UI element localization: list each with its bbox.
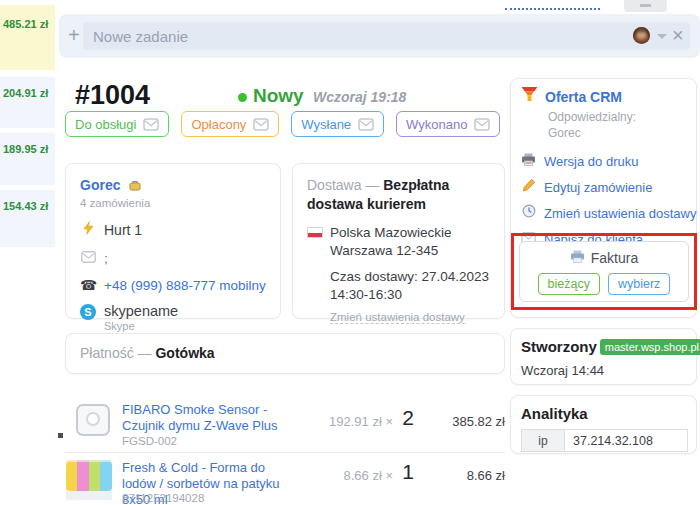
change-delivery-settings-link[interactable]: Zmień ustawienia dostawy [544,206,696,221]
order-list-row[interactable]: 189.95 zł [0,133,55,185]
customer-card: Gorec 4 zamówienia Hurt 1 ; ☎ +48 (999) … [65,163,281,319]
skype-icon: S [80,302,96,320]
invoice-title: Faktura [591,250,638,266]
created-title: Stworzony [521,338,597,355]
status-buttons-row: Do obsługi Opłacony Wysłane Wykonano Usu… [65,111,586,137]
mail-icon [253,118,269,131]
delivery-address: Polska Mazowieckie Warszawa 12-345 [330,224,490,260]
funnel-icon [521,87,538,106]
product-unit-price: 8.66 zł × [303,468,393,483]
mail-icon [143,118,159,131]
product-thumbnail[interactable] [72,402,114,444]
customer-phone-link[interactable]: +48 (999) 888-777 mobilny [104,278,266,293]
product-row-divider [65,452,505,453]
lightning-icon [80,221,96,239]
cropped-dotted-link[interactable] [505,8,600,10]
delivery-time: Czas dostawy: 27.04.2023 14:30-16:30 [330,268,490,304]
plus-icon: + [68,23,80,47]
payment-label: Płatność [80,345,134,361]
order-list-row[interactable]: 204.91 zł [0,77,55,128]
invoice-current-button[interactable]: bieżący [538,273,600,295]
phone-icon: ☎ [80,277,96,293]
order-created-time: Wczoraj 19:18 [313,89,406,105]
invoice-choose-button[interactable]: wybierz [608,273,670,295]
chevron-down-icon[interactable] [657,34,667,39]
invoice-box: Faktura bieżący wybierz [519,241,689,302]
status-button-oplacony[interactable]: Opłacony [181,111,279,137]
customer-skype: skypename [104,303,178,319]
edit-order-link[interactable]: Edytuj zamówienie [544,180,652,195]
product-thumbnail[interactable] [66,460,112,500]
order-number: #1004 [75,80,150,111]
change-delivery-settings-link[interactable]: Zmień ustawienia dostawy [330,311,465,324]
status-button-wyslane[interactable]: Wysłane [291,111,384,137]
print-version-link[interactable]: Wersja do druku [544,154,638,169]
skype-caption: Skype [104,320,266,332]
crm-offer-link[interactable]: Oferta CRM [545,89,622,105]
status-dot-icon [238,93,247,102]
status-button-label: Wykonano [406,117,467,132]
order-total: 189.95 zł [0,133,55,155]
customer-orders-count: 4 zamówienia [80,197,266,209]
status-button-label: Opłacony [191,117,246,132]
product-total: 8.66 zł [427,468,505,483]
customer-group: Hurt 1 [104,222,142,238]
pencil-icon [521,178,536,196]
poland-flag-icon [307,227,323,238]
order-list-row[interactable]: 154.43 zł [0,190,55,247]
mail-icon [80,249,96,267]
clock-icon [521,204,536,222]
cropped-toolbar-button[interactable] [624,0,667,12]
status-button-label: Wysłane [301,117,351,132]
product-total: 385.82 zł [427,414,505,429]
product-name-link[interactable]: FIBARO Smoke Sensor - Czujnik dymu Z-Wav… [122,402,302,434]
printer-icon [521,152,536,170]
analytics-card: Analityka ip 37.214.32.108 [510,395,697,454]
user-avatar[interactable] [633,27,650,44]
payment-card: Płatność — Gotówka [65,333,505,374]
new-task-bar: + × [59,14,700,58]
printer-icon [570,250,585,266]
order-list-row-active[interactable]: 485.21 zł [0,5,55,70]
ip-table: ip 37.214.32.108 [521,429,688,452]
order-detail-screen: 485.21 zł 204.91 zł 189.95 zł 154.43 zł … [0,0,700,505]
close-icon[interactable]: × [672,22,684,48]
status-button-wykonano[interactable]: Wykonano [396,111,500,137]
status-button-label: Do obsługi [75,117,136,132]
mail-icon [358,118,374,131]
order-total: 154.43 zł [0,190,55,212]
created-source-badge: master.wsp.shop.pl [600,339,700,355]
product-unit-price: 192.91 zł × [303,414,393,429]
order-status: Nowy [253,85,304,107]
delivery-label: Dostawa [307,177,361,193]
new-task-input[interactable] [83,22,690,50]
mail-icon [474,118,490,131]
responsible-label: Odpowiedzialny: [548,110,686,125]
order-total: 204.91 zł [0,77,55,99]
payment-method: Gotówka [155,345,214,361]
ip-value: 37.214.32.108 [565,429,688,452]
analytics-title: Analityka [521,405,686,422]
product-quantity: 2 [397,406,419,430]
order-total: 485.21 zł [0,5,55,30]
created-time: Wczoraj 14:44 [521,363,686,378]
delivery-card: Dostawa — Bezpłatna dostawa kurierem Pol… [292,163,505,319]
product-sku: 8711252194028 [122,492,204,504]
briefcase-icon [129,180,141,191]
status-button-do-obslugi[interactable]: Do obsługi [65,111,169,137]
created-card: Stworzony master.wsp.shop.pl Wczoraj 14:… [510,328,697,385]
customer-email[interactable]: ; [104,251,108,266]
ip-label: ip [521,429,565,452]
product-quantity: 1 [397,460,419,484]
product-sku: FGSD-002 [122,435,177,447]
delivery-title: Dostawa — Bezpłatna dostawa kurierem [307,176,490,214]
customer-name-link[interactable]: Gorec [80,177,120,193]
responsible-name: Gorec [548,126,686,141]
